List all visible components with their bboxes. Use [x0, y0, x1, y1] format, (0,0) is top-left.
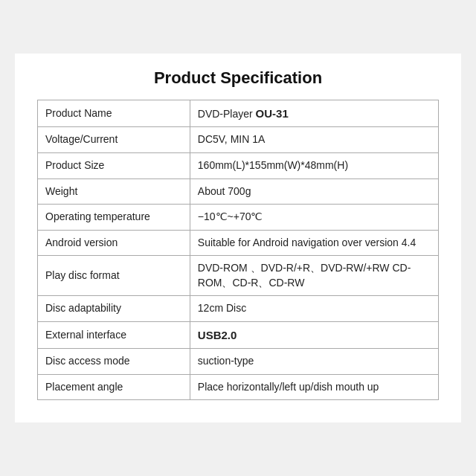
spec-value: DC5V, MIN 1A: [190, 127, 438, 153]
spec-value: About 700g: [190, 178, 438, 205]
spec-label: Disc access mode: [38, 349, 190, 375]
spec-value: 160mm(L)*155mm(W)*48mm(H): [190, 152, 438, 178]
spec-label: Placement angle: [38, 374, 190, 400]
table-row: WeightAbout 700g: [38, 178, 439, 205]
spec-label: Disc adaptability: [38, 296, 190, 322]
spec-value: Place horizontally/left up/dish mouth up: [190, 374, 438, 400]
spec-value: USB2.0: [190, 322, 438, 349]
spec-value: DVD-Player OU-31: [190, 100, 438, 127]
spec-label: Product Size: [38, 152, 190, 178]
spec-label: Weight: [38, 178, 190, 205]
spec-value: Suitable for Android navigation over ver…: [190, 230, 438, 256]
spec-label: Operating temperature: [38, 205, 190, 231]
page-title: Product Specification: [37, 68, 439, 88]
spec-label: Product Name: [38, 100, 190, 127]
table-row: Android versionSuitable for Android navi…: [38, 230, 439, 256]
page-wrapper: Product Specification Product NameDVD-Pl…: [15, 54, 461, 423]
table-row: Product Size160mm(L)*155mm(W)*48mm(H): [38, 152, 439, 178]
table-row: Operating temperature−10℃~+70℃: [38, 205, 439, 231]
table-row: Placement anglePlace horizontally/left u…: [38, 374, 439, 400]
spec-table: Product NameDVD-Player OU-31Voltage/Curr…: [37, 100, 439, 401]
table-row: Voltage/CurrentDC5V, MIN 1A: [38, 127, 439, 153]
table-row: Product NameDVD-Player OU-31: [38, 100, 439, 127]
spec-value: DVD-ROM 、DVD-R/+R、DVD-RW/+RW CD-ROM、CD-R…: [190, 256, 438, 296]
table-row: External interfaceUSB2.0: [38, 322, 439, 349]
table-row: Play disc formatDVD-ROM 、DVD-R/+R、DVD-RW…: [38, 256, 439, 296]
table-row: Disc access modesuction-type: [38, 349, 439, 375]
spec-value: 12cm Disc: [190, 296, 438, 322]
spec-label: Android version: [38, 230, 190, 256]
spec-label: External interface: [38, 322, 190, 349]
spec-value: −10℃~+70℃: [190, 205, 438, 231]
table-row: Disc adaptability12cm Disc: [38, 296, 439, 322]
spec-label: Play disc format: [38, 256, 190, 296]
spec-label: Voltage/Current: [38, 127, 190, 153]
spec-value: suction-type: [190, 349, 438, 375]
